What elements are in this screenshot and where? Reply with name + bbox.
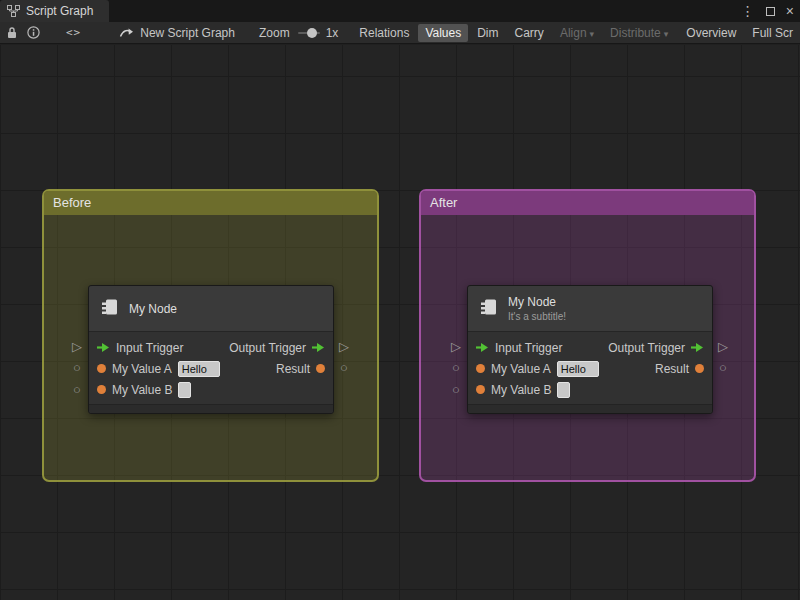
value-b-label: My Value B <box>112 383 172 397</box>
input-trigger-label: Input Trigger <box>495 341 562 355</box>
port-row-value-a: My Value A Result <box>468 358 712 379</box>
node-header[interactable]: My Node <box>89 286 333 332</box>
script-graph-icon <box>119 27 134 38</box>
value-b-label: My Value B <box>491 383 551 397</box>
result-port-icon[interactable] <box>316 364 325 373</box>
group-after-title[interactable]: After <box>421 191 754 215</box>
full-screen-button[interactable]: Full Scr <box>745 24 800 42</box>
relations-button[interactable]: Relations <box>352 24 416 42</box>
result-port-icon[interactable] <box>695 364 704 373</box>
value-a-input[interactable] <box>557 361 599 377</box>
lock-icon[interactable] <box>6 26 18 39</box>
node-body: Input Trigger Output Trigger My Value A … <box>468 332 712 404</box>
flow-input-icon[interactable] <box>476 343 489 352</box>
node-body: Input Trigger Output Trigger My Value A … <box>89 332 333 404</box>
node-after[interactable]: My Node It's a subtitle! Input Trigger O… <box>467 285 713 414</box>
node-footer <box>89 404 333 413</box>
ext-value-a-port[interactable]: ○ <box>70 361 84 374</box>
output-trigger-label: Output Trigger <box>229 341 306 355</box>
group-before-title[interactable]: Before <box>44 191 377 215</box>
zoom-slider[interactable] <box>298 27 320 39</box>
carry-button[interactable]: Carry <box>508 24 551 42</box>
value-port-icon[interactable] <box>476 385 485 394</box>
zoom-label: Zoom <box>259 26 290 40</box>
port-row-triggers: Input Trigger Output Trigger <box>468 337 712 358</box>
distribute-dropdown[interactable]: Distribute▾ <box>603 24 675 42</box>
ext-output-trigger-port[interactable]: ▷ <box>337 340 351 353</box>
node-before[interactable]: My Node Input Trigger Output Trigger <box>88 285 334 414</box>
node-icon <box>479 297 499 321</box>
graph-toolbar: <> New Script Graph Zoom 1x Relations Va… <box>0 22 800 44</box>
node-header[interactable]: My Node It's a subtitle! <box>468 286 712 332</box>
port-row-triggers: Input Trigger Output Trigger <box>89 337 333 358</box>
script-graph-tab-icon <box>7 5 20 17</box>
ext-value-b-port[interactable]: ○ <box>449 383 463 396</box>
chevron-down-icon: ▾ <box>590 29 595 39</box>
ext-input-trigger-port[interactable]: ▷ <box>449 340 463 353</box>
value-port-icon[interactable] <box>476 364 485 373</box>
flow-input-icon[interactable] <box>97 343 110 352</box>
result-label: Result <box>276 362 310 376</box>
ext-result-port[interactable]: ○ <box>716 361 730 374</box>
distribute-label: Distribute <box>610 26 661 40</box>
output-trigger-label: Output Trigger <box>608 341 685 355</box>
tab-script-graph[interactable]: Script Graph <box>0 0 109 22</box>
tab-title: Script Graph <box>26 4 93 18</box>
ext-value-a-port[interactable]: ○ <box>449 361 463 374</box>
port-row-value-b: My Value B <box>89 379 333 400</box>
chevron-down-icon: ▾ <box>664 29 669 39</box>
result-label: Result <box>655 362 689 376</box>
zoom-value: 1x <box>326 26 339 40</box>
node-icon <box>100 297 120 321</box>
port-row-value-b: My Value B <box>468 379 712 400</box>
flow-output-icon[interactable] <box>312 343 325 352</box>
value-port-icon[interactable] <box>97 385 106 394</box>
input-trigger-label: Input Trigger <box>116 341 183 355</box>
zoom-slider-knob[interactable] <box>307 28 317 38</box>
value-a-label: My Value A <box>491 362 551 376</box>
graph-canvas[interactable]: Before After My Node <box>0 45 800 600</box>
node-title: My Node <box>508 295 566 309</box>
value-b-input[interactable] <box>178 382 191 398</box>
close-icon[interactable]: × <box>786 3 794 19</box>
tab-bar: Script Graph ⋮ × <box>0 0 800 22</box>
window-menu-icon[interactable]: ⋮ <box>741 3 755 19</box>
info-icon[interactable] <box>27 26 40 39</box>
overview-button[interactable]: Overview <box>679 24 743 42</box>
values-button[interactable]: Values <box>418 24 468 42</box>
maximize-icon[interactable] <box>766 7 775 16</box>
value-a-label: My Value A <box>112 362 172 376</box>
ext-result-port[interactable]: ○ <box>337 361 351 374</box>
value-port-icon[interactable] <box>97 364 106 373</box>
node-subtitle: It's a subtitle! <box>508 311 566 322</box>
node-footer <box>468 404 712 413</box>
port-row-value-a: My Value A Result <box>89 358 333 379</box>
flow-output-icon[interactable] <box>691 343 704 352</box>
ext-input-trigger-port[interactable]: ▷ <box>70 340 84 353</box>
node-title: My Node <box>129 302 177 316</box>
graph-name-label[interactable]: New Script Graph <box>140 26 235 40</box>
code-view-icon[interactable]: <> <box>66 26 81 39</box>
align-dropdown[interactable]: Align▾ <box>553 24 601 42</box>
window-controls: ⋮ × <box>741 0 794 22</box>
dim-button[interactable]: Dim <box>470 24 505 42</box>
align-label: Align <box>560 26 587 40</box>
ext-output-trigger-port[interactable]: ▷ <box>716 340 730 353</box>
value-a-input[interactable] <box>178 361 220 377</box>
ext-value-b-port[interactable]: ○ <box>70 383 84 396</box>
value-b-input[interactable] <box>557 382 570 398</box>
